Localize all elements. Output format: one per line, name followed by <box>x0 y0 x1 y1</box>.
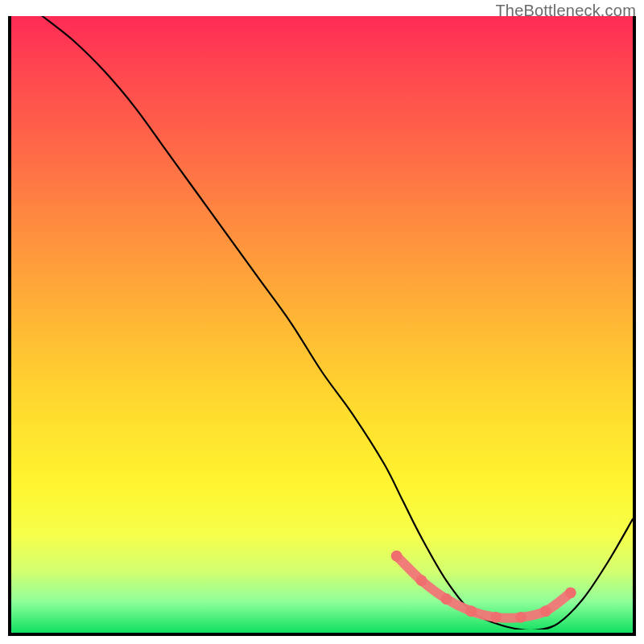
accent-dot <box>540 605 551 617</box>
accent-dot <box>515 612 526 623</box>
accent-dot <box>391 551 402 562</box>
chart-svg <box>11 16 633 630</box>
chart-frame <box>8 16 636 636</box>
accent-dot <box>565 587 576 598</box>
accent-dot <box>490 612 502 623</box>
accent-dot <box>465 605 477 617</box>
bottleneck-curve-line <box>43 16 633 630</box>
accent-dot <box>416 575 427 586</box>
accent-dot <box>440 593 452 605</box>
